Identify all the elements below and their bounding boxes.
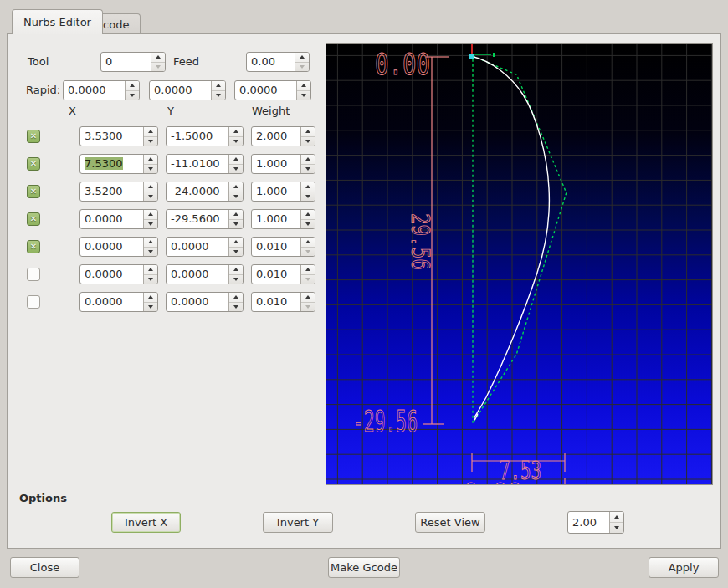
point-y-value[interactable]: -11.0100	[167, 155, 228, 173]
spin-down-button[interactable]	[301, 219, 315, 229]
point-enabled-checkbox[interactable]: ✕	[27, 268, 40, 281]
point-x-value[interactable]: 3.5300	[80, 127, 143, 146]
spin-down-button[interactable]	[297, 90, 310, 100]
spin-down-button[interactable]	[229, 136, 243, 146]
spin-up-button[interactable]	[301, 182, 315, 192]
point-enabled-checkbox[interactable]: ✕	[27, 157, 40, 171]
point-y-value[interactable]: -29.5600	[167, 210, 228, 228]
rapid-y-value[interactable]: 0.0000	[150, 81, 211, 100]
point-x-spinbox[interactable]: 3.5300	[79, 126, 158, 146]
spin-up-button[interactable]	[229, 155, 243, 164]
point-weight-spinbox[interactable]: 0.010	[251, 292, 315, 312]
point-weight-value[interactable]: 0.010	[252, 293, 300, 311]
point-enabled-checkbox[interactable]: ✕	[27, 130, 40, 143]
spin-up-button[interactable]	[144, 155, 157, 164]
point-x-spinbox[interactable]: 0.0000	[79, 292, 158, 312]
point-x-value[interactable]: 0.0000	[80, 238, 143, 256]
spin-down-button[interactable]	[229, 192, 243, 202]
tool-value[interactable]: 0	[101, 53, 151, 71]
point-x-value[interactable]: 3.5200	[80, 182, 143, 201]
spin-up-button[interactable]	[212, 81, 225, 90]
point-y-spinbox[interactable]: 0.0000	[166, 292, 244, 312]
make-gcode-button[interactable]: Make Gcode	[328, 557, 400, 578]
spin-up-button[interactable]	[610, 512, 623, 522]
spin-down-button[interactable]	[144, 136, 157, 146]
point-weight-spinbox[interactable]: 0.010	[251, 264, 315, 284]
spin-up-button[interactable]	[297, 81, 310, 90]
spin-up-button[interactable]	[301, 155, 315, 164]
point-weight-value[interactable]: 0.010	[252, 265, 300, 284]
point-x-spinbox[interactable]: 3.5200	[79, 182, 158, 202]
point-weight-value[interactable]: 1.000	[252, 155, 300, 173]
spin-down-button[interactable]	[229, 247, 243, 257]
point-enabled-checkbox[interactable]: ✕	[27, 185, 40, 198]
spin-up-button[interactable]	[126, 81, 139, 90]
apply-button[interactable]: Apply	[649, 557, 719, 578]
point-weight-spinbox[interactable]: 0.010	[251, 237, 315, 257]
spin-up-button[interactable]	[301, 210, 315, 219]
rapid-z-value[interactable]: 0.0000	[235, 81, 296, 100]
spin-down-button[interactable]	[144, 192, 157, 202]
point-y-value[interactable]: 0.0000	[167, 293, 228, 311]
tab-nurbs-editor[interactable]: Nurbs Editor	[12, 9, 103, 34]
point-weight-spinbox[interactable]: 1.000	[251, 209, 315, 229]
rapid-z-spinbox[interactable]: 0.0000	[234, 80, 311, 100]
point-y-spinbox[interactable]: 0.0000	[166, 264, 244, 284]
spin-down-button[interactable]	[301, 274, 315, 284]
spin-up-button[interactable]	[229, 238, 243, 247]
spin-up-button[interactable]	[229, 182, 243, 192]
spin-up-button[interactable]	[144, 127, 157, 136]
spin-down-button[interactable]	[301, 136, 315, 146]
point-x-value[interactable]: 0.0000	[80, 210, 143, 228]
point-x-value[interactable]: 0.0000	[80, 265, 143, 284]
point-weight-value[interactable]: 1.000	[252, 210, 300, 228]
point-x-value[interactable]: 0.0000	[80, 293, 143, 311]
point-y-value[interactable]: 0.0000	[167, 238, 228, 256]
point-x-spinbox[interactable]: 0.0000	[79, 237, 158, 257]
feed-value[interactable]: 0.00	[247, 53, 295, 71]
spin-up-button[interactable]	[229, 127, 243, 136]
point-x-spinbox[interactable]: 7.5300	[79, 154, 158, 174]
point-weight-spinbox[interactable]: 1.000	[251, 154, 315, 174]
spin-down-button[interactable]	[144, 274, 157, 284]
start-point-marker[interactable]	[469, 54, 474, 59]
spin-down-button[interactable]	[144, 164, 157, 174]
grid-size-value[interactable]: 2.00	[568, 512, 609, 533]
spin-down-button[interactable]	[144, 247, 157, 257]
rapid-x-spinbox[interactable]: 0.0000	[63, 80, 140, 100]
spin-up-button[interactable]	[301, 127, 315, 136]
point-y-value[interactable]: -24.0000	[167, 182, 228, 201]
tool-spinbox[interactable]: 0	[100, 52, 166, 72]
spin-down-button[interactable]	[229, 164, 243, 174]
spin-down-button[interactable]	[295, 62, 309, 72]
point-x-spinbox[interactable]: 0.0000	[79, 264, 158, 284]
rapid-x-value[interactable]: 0.0000	[64, 81, 125, 100]
point-y-spinbox[interactable]: -29.5600	[166, 209, 244, 229]
spin-down-button[interactable]	[229, 274, 243, 284]
spin-up-button[interactable]	[229, 265, 243, 274]
point-y-value[interactable]: 0.0000	[167, 265, 228, 284]
point-y-spinbox[interactable]: -11.0100	[166, 154, 244, 174]
point-weight-spinbox[interactable]: 2.000	[251, 126, 315, 146]
invert-y-button[interactable]: Invert Y	[263, 512, 333, 533]
spin-down-button[interactable]	[301, 164, 315, 174]
point-weight-value[interactable]: 0.010	[252, 238, 300, 256]
spin-down-button[interactable]	[301, 192, 315, 202]
point-y-spinbox[interactable]: 0.0000	[166, 237, 244, 257]
spin-up-button[interactable]	[229, 210, 243, 219]
spin-up-button[interactable]	[144, 238, 157, 247]
point-y-spinbox[interactable]: -1.5000	[166, 126, 244, 146]
close-button[interactable]: Close	[10, 557, 79, 578]
point-enabled-checkbox[interactable]: ✕	[27, 212, 40, 226]
spin-down-button[interactable]	[229, 219, 243, 229]
spin-down-button[interactable]	[144, 219, 157, 229]
spin-up-button[interactable]	[301, 293, 315, 302]
spin-up-button[interactable]	[144, 265, 157, 274]
point-x-value[interactable]: 7.5300	[80, 155, 143, 173]
spin-up-button[interactable]	[229, 293, 243, 302]
spin-down-button[interactable]	[301, 302, 315, 312]
point-weight-value[interactable]: 1.000	[252, 182, 300, 201]
point-y-spinbox[interactable]: -24.0000	[166, 182, 244, 202]
point-x-spinbox[interactable]: 0.0000	[79, 209, 158, 229]
spin-down-button[interactable]	[126, 90, 139, 100]
